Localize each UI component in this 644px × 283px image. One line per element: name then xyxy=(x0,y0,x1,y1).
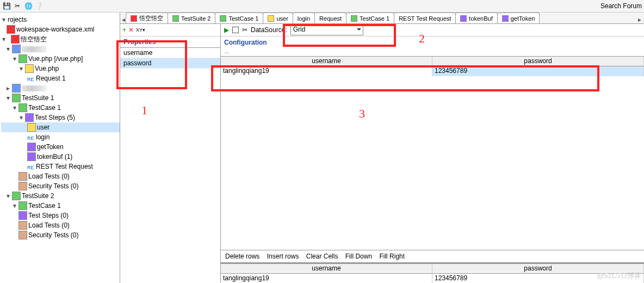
testsuite-icon xyxy=(172,15,179,22)
watermark: @51CTO博客 xyxy=(597,271,641,281)
remove-icon[interactable]: ✕ xyxy=(128,26,134,34)
cell-password[interactable]: 123456789 xyxy=(432,66,644,76)
datasource-editor: + ✕ XY▾ Properties username password ▶ ✂ xyxy=(120,24,644,283)
tree-testcase1[interactable]: ▾TestCase 1 xyxy=(1,103,120,113)
save-icon[interactable]: 💾 xyxy=(2,2,11,10)
results-row[interactable]: tanglingqiang19 123456789 xyxy=(221,274,644,283)
properties-list[interactable]: username password xyxy=(120,48,220,283)
rest-icon: REST xyxy=(27,75,35,82)
configuration-heading: Configuration xyxy=(221,36,644,48)
transfer-icon xyxy=(27,143,36,151)
clear-cells-button[interactable]: Clear Cells xyxy=(306,253,338,260)
insert-rows-button[interactable]: Insert rows xyxy=(267,253,299,260)
cut-icon[interactable]: ✂ xyxy=(242,26,247,34)
tree-testsuite2[interactable]: ▾TestSuite 2 xyxy=(1,191,120,201)
testcase-icon xyxy=(351,15,357,22)
tree-step-gettoken[interactable]: getToken xyxy=(1,142,120,152)
steps-icon xyxy=(25,113,34,122)
tab-tokenbuf[interactable]: tokenBuf xyxy=(455,13,497,23)
tab-wukong[interactable]: 悟空悟空 xyxy=(126,13,168,23)
datasource-icon xyxy=(27,123,36,132)
load-icon xyxy=(18,172,27,181)
fill-down-button[interactable]: Fill Down xyxy=(345,253,372,260)
cell-username[interactable]: tanglingqiang19 xyxy=(221,66,432,76)
tab-login[interactable]: login xyxy=(293,13,315,23)
tree-step-user[interactable]: user xyxy=(1,122,120,132)
xml-icon xyxy=(7,25,15,34)
editor-tabs: ◂ 悟空悟空 TestSuite 2 TestCase 1 user login… xyxy=(120,13,644,24)
tree-interface[interactable]: ▾ xyxy=(1,44,120,54)
col-username[interactable]: username xyxy=(221,264,432,274)
fill-right-button[interactable]: Fill Right xyxy=(379,253,405,260)
tab-scroll-left-icon[interactable]: ◂ xyxy=(121,16,126,23)
tab-gettoken[interactable]: getToken xyxy=(497,13,540,23)
grid-header: username password xyxy=(221,57,644,66)
grid-body[interactable]: tanglingqiang19 123456789 xyxy=(221,66,644,250)
annotation-label-3: 3 xyxy=(359,107,365,121)
tree-sectests2[interactable]: Security Tests (0) xyxy=(1,230,120,240)
col-password[interactable]: password xyxy=(432,57,644,66)
properties-toolbar: + ✕ XY▾ xyxy=(120,24,220,36)
results-header: username password xyxy=(221,264,644,274)
annotation-label-2: 2 xyxy=(419,32,425,46)
tree-vue-resource[interactable]: ▾Vue.php xyxy=(1,64,120,73)
rest-icon: RE xyxy=(27,133,35,141)
testsuite-icon xyxy=(12,94,21,102)
tab-request[interactable]: Request xyxy=(314,13,346,23)
add-icon[interactable]: + xyxy=(122,26,126,34)
grid-actions: Delete rows Insert rows Clear Cells Fill… xyxy=(221,250,644,262)
tree-loadtests2[interactable]: Load Tests (0) xyxy=(1,220,120,230)
tree-request1[interactable]: RESTRequest 1 xyxy=(1,73,120,83)
search-forum-link[interactable]: Search Forum xyxy=(600,2,642,10)
tree-vue-service[interactable]: ▾Vue.php [/vue.php] xyxy=(1,54,120,64)
tree-step-tokenbuf[interactable]: tokenBuf (1) xyxy=(1,152,120,162)
datasource-grid: username password tanglingqiang19 123456… xyxy=(221,56,644,250)
rest-icon: RE xyxy=(27,163,35,170)
cut-icon[interactable]: ✂ xyxy=(13,2,22,10)
tree-projects-root[interactable]: ▾rojects xyxy=(1,15,120,24)
testcase-icon xyxy=(220,15,226,22)
top-toolbar: 💾 ✂ 🌐 ❔ Search Forum xyxy=(0,0,644,13)
tree-step-rest[interactable]: REREST Test Request xyxy=(1,162,120,171)
run-icon[interactable]: ▶ xyxy=(224,26,229,34)
property-row[interactable]: password xyxy=(120,58,220,69)
project-tree[interactable]: ▾rojects wokespace-workspace.xml ▾悟空悟空 ▾… xyxy=(0,13,120,240)
window: 💾 ✂ 🌐 ❔ Search Forum ▾rojects wokespace-… xyxy=(0,0,644,283)
properties-heading: Properties xyxy=(120,36,220,48)
world-icon[interactable]: 🌐 xyxy=(24,2,33,10)
tree-interface2[interactable]: ▸ xyxy=(1,83,120,93)
testcase-icon xyxy=(18,201,27,210)
results-grid: username password tanglingqiang19 123456… xyxy=(221,262,644,283)
tree-testsuite1[interactable]: ▾TestSuite 1 xyxy=(1,93,120,103)
tree-project-wukong[interactable]: ▾悟空悟空 xyxy=(1,34,120,44)
datasource-main: ▶ ✂ DataSource: Grid Configuration ︿ use… xyxy=(221,24,644,283)
interface-icon xyxy=(12,45,21,53)
tab-user[interactable]: user xyxy=(263,13,293,23)
rename-icon[interactable]: XY▾ xyxy=(136,27,145,33)
project-icon xyxy=(131,15,137,22)
transfer-icon xyxy=(502,15,509,22)
testsuite-icon xyxy=(12,192,21,200)
property-row[interactable]: username xyxy=(120,48,220,58)
datasource-type-select[interactable]: Grid xyxy=(290,25,363,35)
tree-loadtests1[interactable]: Load Tests (0) xyxy=(1,171,120,181)
help-icon[interactable]: ❔ xyxy=(35,2,44,10)
tab-rest[interactable]: REST Test Request xyxy=(394,13,456,23)
tab-scroll-right-icon[interactable]: ▸ xyxy=(635,16,644,23)
delete-rows-button[interactable]: Delete rows xyxy=(225,253,259,260)
tree-workspace-file[interactable]: wokespace-workspace.xml xyxy=(1,24,120,34)
cell-username: tanglingqiang19 xyxy=(221,274,432,283)
col-username[interactable]: username xyxy=(221,57,432,66)
tab-testsuite2[interactable]: TestSuite 2 xyxy=(168,13,215,23)
config-collapse-icon[interactable]: ︿ xyxy=(221,48,644,56)
project-icon xyxy=(11,35,20,44)
tab-testcase1[interactable]: TestCase 1 xyxy=(215,13,263,23)
tree-testcase1b[interactable]: ▾TestCase 1 xyxy=(1,201,120,211)
stop-icon[interactable] xyxy=(232,27,239,33)
grid-row[interactable]: tanglingqiang19 123456789 xyxy=(221,66,644,76)
tab-testcase1b[interactable]: TestCase 1 xyxy=(346,13,394,23)
tree-teststeps0[interactable]: Test Steps (0) xyxy=(1,211,120,220)
tree-sectests1[interactable]: Security Tests (0) xyxy=(1,181,120,191)
tree-teststeps[interactable]: ▾Test Steps (5) xyxy=(1,113,120,122)
tree-step-login[interactable]: RElogin xyxy=(1,132,120,142)
